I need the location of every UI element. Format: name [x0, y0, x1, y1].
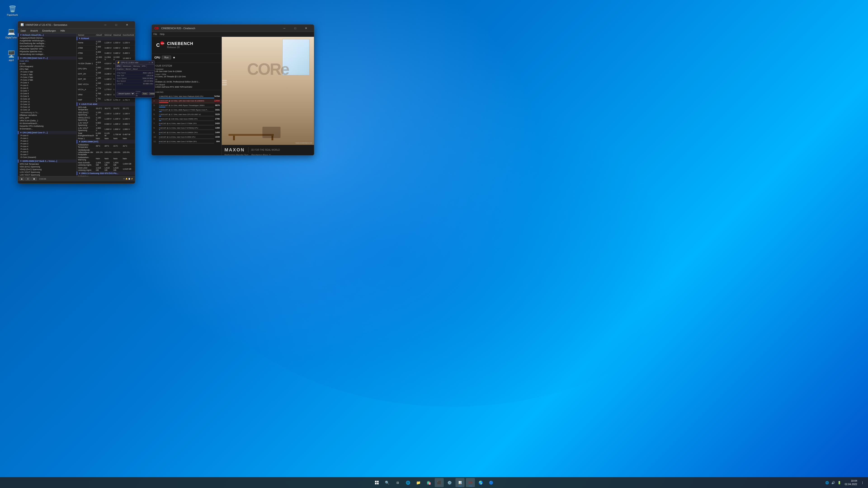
hwinfo-tree-temp-item[interactable]: E-core 7: [18, 153, 76, 156]
cpuz-minimize[interactable]: ─: [149, 61, 150, 64]
hwinfo-tree-item[interactable]: CPU-Takt: [18, 68, 76, 70]
tray-icon-network[interactable]: 🌐: [825, 480, 830, 485]
hwinfo-stop-btn[interactable]: ⏹: [31, 177, 37, 181]
cpuz-tab-about[interactable]: About: [132, 68, 138, 70]
result-item[interactable]: 7.8 ACCAT @ 4.2 GHz, Intel Core i7-7700K…: [152, 122, 221, 126]
hwinfo-tree-item[interactable]: VRM iCore (Delta...): [18, 119, 76, 122]
hwinfo-tree-item[interactable]: Physische Speicher-Aus...: [18, 50, 76, 53]
cpuz-selection-dropdown[interactable]: Aktuell System: [117, 92, 135, 95]
cinebench-minimize[interactable]: ─: [279, 25, 289, 32]
hwinfo-tree-item[interactable]: E-Core 12: [18, 103, 76, 106]
cinebench-taskbar-btn[interactable]: CB: [466, 478, 475, 487]
hwinfo-tree-item[interactable]: IO-Stromverbrauch...: [18, 122, 76, 125]
hwinfo-tree-temp-item[interactable]: P-core 3: [18, 142, 76, 145]
store-button[interactable]: 🛍️: [424, 478, 433, 487]
cinebench-menu-file[interactable]: File: [153, 33, 157, 35]
hwinfo-tree-item[interactable]: IA VID: [18, 62, 76, 65]
hwinfo-tree-item[interactable]: Core VDA: [18, 60, 76, 62]
cinebench-close[interactable]: ✕: [301, 25, 311, 32]
hwinfo-tree-temp-item[interactable]: E-Core (Gesamt): [18, 156, 76, 159]
hwinfo-close[interactable]: ✕: [122, 21, 132, 29]
search-button[interactable]: 🔍: [383, 478, 392, 487]
result-item[interactable]: 10.2 ACCAT @ 1.8 GHz, Intel Core i5-3550…: [152, 135, 221, 140]
cinebench-menu-help[interactable]: Help: [160, 33, 164, 35]
hwinfo-tree-item[interactable]: E-Core 7: [18, 90, 76, 92]
hwinfo-tree-item[interactable]: P-Core 0 Takt: [18, 70, 76, 73]
show-desktop-btn[interactable]: │: [860, 477, 865, 488]
result-item[interactable]: 6.8 DOCUST @ 2.66 GHz, Intel Xeon X5650 …: [152, 117, 221, 122]
cpuz-validate-btn[interactable]: Validate: [149, 92, 155, 95]
terminal-button[interactable]: ⬛: [435, 478, 444, 487]
hwinfo-tree-item[interactable]: 1.0V VOUT Spannung: [18, 171, 76, 173]
hwinfo-tree-item[interactable]: P-Core 4: [18, 81, 76, 84]
hwinfo-tree-temp-item[interactable]: P-core 0: [18, 134, 76, 137]
hwinfo-tree-item[interactable]: Physischer Speicher Verf...: [18, 47, 76, 50]
cinebench-stop-icon[interactable]: ⏹: [173, 56, 175, 59]
cpuz-tools-btn[interactable]: Tools: [142, 92, 148, 95]
hwinfo-tree-item[interactable]: CPU_DPT: [18, 117, 76, 119]
hwinfo-tree-item[interactable]: Verwendung von Auslager...: [18, 53, 76, 56]
result-item[interactable]: 9.8 ACCAT @ 3.5 GHz, Intel Core i9-10900…: [152, 131, 221, 135]
tray-icon-speaker[interactable]: 🔊: [831, 480, 836, 485]
desktop-icon-recycle[interactable]: 🗑️ Papierkorb: [3, 3, 22, 17]
result-item[interactable]: 11.8 ACCAT @ 2.5 GHz, Intel Core i7-8750…: [152, 140, 221, 144]
hwinfo-tree-temp-item[interactable]: P-core 4: [18, 145, 76, 148]
chrome-button[interactable]: 🌎: [476, 478, 485, 487]
start-button[interactable]: [372, 478, 381, 487]
cpuz-tab-spd[interactable]: SPD: [141, 65, 147, 68]
hwinfo-tree-item[interactable]: Durchsetzung der verfügba...: [18, 42, 76, 45]
hwinfo-tree-temp-item[interactable]: P-core 2: [18, 140, 76, 142]
result-item[interactable]: 1.1 MACPRO @ 3.7 GHz, Intel Xeon Platinu…: [152, 95, 221, 99]
app-button-extra[interactable]: 🔵: [487, 478, 496, 487]
hwinfo-menu-hilfe[interactable]: Hilfe: [59, 29, 66, 33]
hwinfo-tree-item[interactable]: E-Core 9: [18, 95, 76, 98]
hwinfo-tree-item[interactable]: E-Core 10: [18, 98, 76, 100]
hwinfo-tree-item[interactable]: P-core 5: [18, 84, 76, 87]
hwinfo-tree-item[interactable]: 1.8V VOUT Spannung: [18, 173, 76, 176]
hwinfo-play-btn[interactable]: ▶: [20, 177, 24, 181]
settings-button[interactable]: ⚙️: [445, 478, 454, 487]
hwinfo-minimize[interactable]: ─: [100, 21, 111, 29]
cpuz-tab-graphics[interactable]: Graphics: [116, 68, 125, 70]
cpuz-tab-memory[interactable]: Memory: [132, 65, 141, 68]
hwinfo-tree-item[interactable]: CPU-Frequenz: [18, 65, 76, 68]
result-item[interactable]: 2.4 DOCUST @ 3.6 GHz, 12th Gen Intel Cor…: [152, 99, 221, 104]
cinebench-run-btn[interactable]: Run: [162, 56, 171, 59]
hwinfo-tree-item[interactable]: Gesamte CPU-Auslastung: [18, 125, 76, 127]
hwinfo-maximize[interactable]: □: [111, 21, 121, 29]
result-item[interactable]: 4.7 DOCUST @ 3.4 GHz, AMD Ryzen 9 7700X …: [152, 108, 221, 113]
hwinfo-tree-item[interactable]: VDD (DAC) Spannung: [18, 165, 76, 168]
result-item[interactable]: 5.7 DOCUST @ 2.7 GHz, Intel Xeon CPU E5-…: [152, 113, 221, 117]
task-view-button[interactable]: ⊟: [393, 478, 402, 487]
hwinfo-tree-item[interactable]: P-Core 2 Takt: [18, 76, 76, 78]
hwinfo-tree-item[interactable]: Ausgehende Verbindungen...: [18, 39, 76, 42]
cpuz-tab-mainboard[interactable]: Mainboard: [122, 65, 132, 68]
result-item[interactable]: 3.7 DOCUST @ 3.4 GHz, AMD Ryzen Threadri…: [152, 104, 221, 108]
hwinfo-tree-temp-item[interactable]: P-core 6: [18, 151, 76, 153]
hwinfo-tree-item[interactable]: SPD-Hub Temperatur: [18, 163, 76, 165]
hwinfo-tree-item-freq[interactable]: Kernwirkung zu Tu...: [18, 111, 76, 114]
hwinfo-tree-item[interactable]: Effektive Verhältnis: [18, 114, 76, 117]
cinebench-maximize[interactable]: □: [290, 25, 301, 32]
hwinfo-tree-item[interactable]: E-Core 13: [18, 106, 76, 108]
explorer-button[interactable]: 📁: [414, 478, 423, 487]
hwinfo-tree-item[interactable]: W-Domänen...: [18, 127, 76, 130]
hwinfo-tree-item[interactable]: E-Core 8: [18, 92, 76, 95]
taskbar-clock[interactable]: 10:04 02.04.2022: [843, 479, 859, 487]
hwinfo-tree-item[interactable]: E-Core 14: [18, 108, 76, 111]
result-item[interactable]: 8.4 ACCAT @ 4.2 GHz, Intel Core i7-6700H…: [152, 126, 221, 131]
cpuz-close[interactable]: ✕: [151, 61, 153, 64]
hwinfo-menu-datei[interactable]: Datei: [20, 29, 27, 33]
hwinfo-tree-item[interactable]: VDDQ (DAC) Spannung: [18, 168, 76, 171]
hwinfo-tree-item[interactable]: E-core 6: [18, 87, 76, 90]
hwinfo-taskbar-btn[interactable]: 📊: [456, 478, 465, 487]
hwinfo-tree-item[interactable]: E-Core 11: [18, 100, 76, 103]
hwinfo-menu-ansicht[interactable]: Ansicht: [29, 29, 39, 33]
hwinfo-tree-item[interactable]: verursachender physischer...: [18, 45, 76, 47]
tray-icon-battery[interactable]: 🔋: [837, 480, 842, 485]
hwinfo-tree-item[interactable]: P-core 1 Takt: [18, 73, 76, 76]
cpuz-tab-cpu[interactable]: CPU: [116, 65, 122, 68]
hwinfo-pause-btn[interactable]: ⏸: [25, 177, 31, 181]
cpuz-tab-bench[interactable]: Bench: [125, 68, 132, 70]
hwinfo-tree-temp-item[interactable]: P-core 1: [18, 137, 76, 140]
